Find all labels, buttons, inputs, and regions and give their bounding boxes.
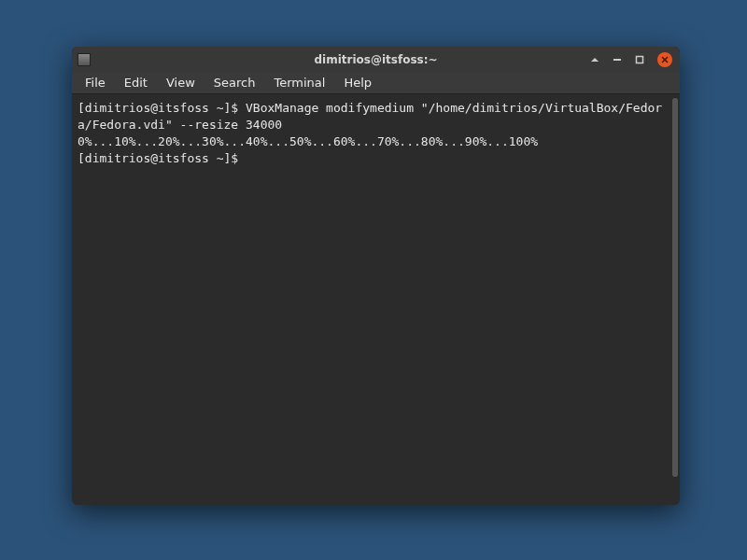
menu-help[interactable]: Help (334, 74, 381, 91)
menu-file[interactable]: File (76, 74, 115, 91)
menu-view[interactable]: View (157, 74, 204, 91)
menubar: File Edit View Search Terminal Help (72, 72, 680, 94)
close-button[interactable] (657, 52, 672, 67)
minimize-button[interactable] (607, 51, 627, 68)
menu-terminal[interactable]: Terminal (264, 74, 334, 91)
terminal-app-icon (78, 53, 91, 66)
scrollbar-thumb[interactable] (672, 98, 678, 477)
menu-edit[interactable]: Edit (115, 74, 157, 91)
terminal-window: dimitrios@itsfoss:~ File Edit View Searc… (72, 47, 680, 505)
keep-above-button[interactable] (585, 51, 605, 68)
window-controls (585, 47, 676, 72)
maximize-button[interactable] (629, 51, 650, 68)
menu-search[interactable]: Search (204, 74, 265, 91)
titlebar: dimitrios@itsfoss:~ (72, 47, 680, 72)
svg-rect-1 (637, 56, 643, 63)
terminal-output[interactable]: [dimitrios@itsfoss ~]$ VBoxManage modify… (72, 94, 670, 505)
terminal-viewport: [dimitrios@itsfoss ~]$ VBoxManage modify… (72, 94, 680, 505)
